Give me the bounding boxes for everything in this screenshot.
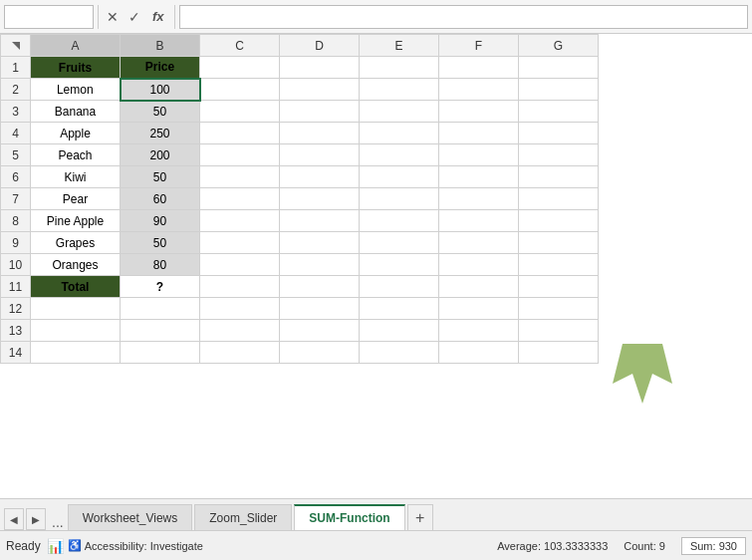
col-header-c[interactable]: C <box>200 35 280 57</box>
cell-C14[interactable] <box>200 342 280 364</box>
col-header-a[interactable]: A <box>31 35 121 57</box>
cell-G7[interactable] <box>519 188 599 210</box>
cell-G2[interactable] <box>519 79 599 101</box>
name-box[interactable]: B2 <box>4 5 94 29</box>
cell-G11[interactable] <box>519 276 599 298</box>
cell-b4[interactable]: 250 <box>121 123 200 144</box>
cell-D12[interactable] <box>280 298 360 320</box>
cell-a8[interactable]: Pine Apple <box>31 210 121 232</box>
col-header-d[interactable]: D <box>280 35 360 57</box>
col-header-e[interactable]: E <box>360 35 439 57</box>
cell-E5[interactable] <box>360 144 439 166</box>
tab-worksheet-views[interactable]: Worksheet_Views <box>68 504 193 530</box>
cell-D3[interactable] <box>280 101 360 123</box>
cell-F10[interactable] <box>439 254 519 276</box>
cell-G3[interactable] <box>519 101 599 123</box>
cell-a5[interactable]: Peach <box>31 144 121 166</box>
cell-E10[interactable] <box>360 254 439 276</box>
cell-C1[interactable] <box>200 57 280 79</box>
cell-F11[interactable] <box>439 276 519 298</box>
cell-b10[interactable]: 80 <box>121 254 200 276</box>
cell-G10[interactable] <box>519 254 599 276</box>
cell-F7[interactable] <box>439 188 519 210</box>
cell-a11[interactable]: Total <box>31 276 121 298</box>
col-header-g[interactable]: G <box>519 35 599 57</box>
cell-E7[interactable] <box>360 188 439 210</box>
cell-C5[interactable] <box>200 144 280 166</box>
cell-b3[interactable]: 50 <box>121 101 200 123</box>
cell-G14[interactable] <box>519 342 599 364</box>
cell-E8[interactable] <box>360 210 439 232</box>
cell-b2[interactable]: 100 <box>121 79 200 101</box>
cell-F4[interactable] <box>439 123 519 144</box>
cell-b1[interactable]: Price <box>121 57 200 79</box>
cell-b5[interactable]: 200 <box>121 144 200 166</box>
cell-a4[interactable]: Apple <box>31 123 121 144</box>
tab-sum-function[interactable]: SUM-Function <box>294 504 404 530</box>
cell-a9[interactable]: Grapes <box>31 232 121 254</box>
cell-D13[interactable] <box>280 320 360 342</box>
cell-E11[interactable] <box>360 276 439 298</box>
cell-E3[interactable] <box>360 101 439 123</box>
cell-a14[interactable] <box>31 342 121 364</box>
cell-C3[interactable] <box>200 101 280 123</box>
cell-a12[interactable] <box>31 298 121 320</box>
add-sheet-button[interactable]: + <box>407 504 433 530</box>
cell-F12[interactable] <box>439 298 519 320</box>
cell-a6[interactable]: Kiwi <box>31 166 121 188</box>
cell-G4[interactable] <box>519 123 599 144</box>
cell-a2[interactable]: Lemon <box>31 79 121 101</box>
confirm-icon[interactable]: ✓ <box>125 7 144 27</box>
cell-E2[interactable] <box>360 79 439 101</box>
cell-E9[interactable] <box>360 232 439 254</box>
cell-D2[interactable] <box>280 79 360 101</box>
cancel-icon[interactable]: ✕ <box>103 7 123 27</box>
cell-b8[interactable]: 90 <box>121 210 200 232</box>
cell-C10[interactable] <box>200 254 280 276</box>
col-header-b[interactable]: B <box>121 35 200 57</box>
cell-F9[interactable] <box>439 232 519 254</box>
cell-D11[interactable] <box>280 276 360 298</box>
col-header-f[interactable]: F <box>439 35 519 57</box>
cell-G6[interactable] <box>519 166 599 188</box>
cell-G1[interactable] <box>519 57 599 79</box>
cell-C2[interactable] <box>200 79 280 101</box>
cell-E14[interactable] <box>360 342 439 364</box>
cell-a7[interactable]: Pear <box>31 188 121 210</box>
cell-C8[interactable] <box>200 210 280 232</box>
cell-D6[interactable] <box>280 166 360 188</box>
cell-b9[interactable]: 50 <box>121 232 200 254</box>
cell-G9[interactable] <box>519 232 599 254</box>
cell-D7[interactable] <box>280 188 360 210</box>
status-accessibility[interactable]: ♿ Accessibility: Investigate <box>68 539 203 552</box>
cell-F5[interactable] <box>439 144 519 166</box>
cell-F6[interactable] <box>439 166 519 188</box>
cell-D4[interactable] <box>280 123 360 144</box>
cell-b13[interactable] <box>121 320 200 342</box>
tab-zoom-slider[interactable]: Zoom_Slider <box>194 504 292 530</box>
cell-F8[interactable] <box>439 210 519 232</box>
cell-a3[interactable]: Banana <box>31 101 121 123</box>
cell-G13[interactable] <box>519 320 599 342</box>
cell-G8[interactable] <box>519 210 599 232</box>
cell-C6[interactable] <box>200 166 280 188</box>
cell-b7[interactable]: 60 <box>121 188 200 210</box>
cell-F2[interactable] <box>439 79 519 101</box>
cell-F14[interactable] <box>439 342 519 364</box>
cell-F3[interactable] <box>439 101 519 123</box>
cell-a10[interactable]: Oranges <box>31 254 121 276</box>
cell-C11[interactable] <box>200 276 280 298</box>
cell-E1[interactable] <box>360 57 439 79</box>
cell-E6[interactable] <box>360 166 439 188</box>
cell-b14[interactable] <box>121 342 200 364</box>
cell-a13[interactable] <box>31 320 121 342</box>
formula-input[interactable]: 100 <box>179 5 748 29</box>
cell-C12[interactable] <box>200 298 280 320</box>
cell-E12[interactable] <box>360 298 439 320</box>
cell-C4[interactable] <box>200 123 280 144</box>
cell-E13[interactable] <box>360 320 439 342</box>
cell-C13[interactable] <box>200 320 280 342</box>
tab-nav-next[interactable]: ▶ <box>26 508 46 530</box>
cell-b12[interactable] <box>121 298 200 320</box>
cell-G12[interactable] <box>519 298 599 320</box>
